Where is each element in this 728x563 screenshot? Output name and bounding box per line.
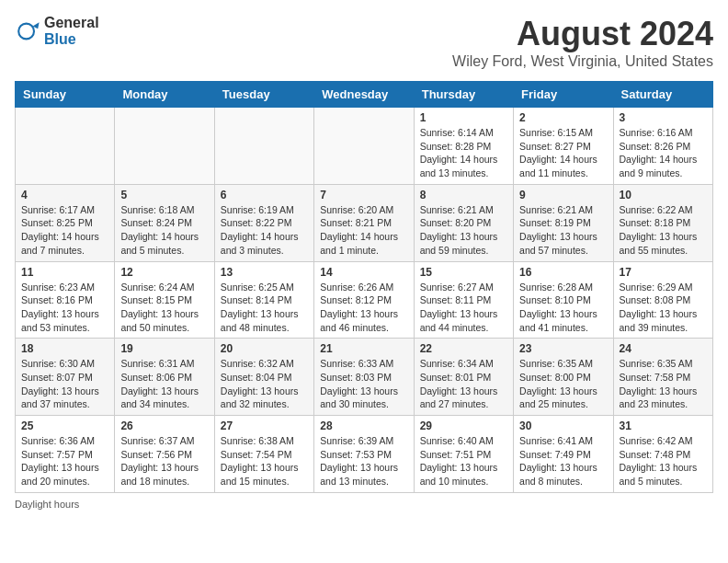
calendar-week-row: 18Sunrise: 6:30 AM Sunset: 8:07 PM Dayli… xyxy=(16,339,713,416)
day-number: 13 xyxy=(221,266,308,279)
weekday-header: Thursday xyxy=(414,82,513,108)
calendar-cell: 25Sunrise: 6:36 AM Sunset: 7:57 PM Dayli… xyxy=(16,416,115,493)
calendar-cell: 12Sunrise: 6:24 AM Sunset: 8:15 PM Dayli… xyxy=(115,261,214,339)
calendar-cell: 26Sunrise: 6:37 AM Sunset: 7:56 PM Dayli… xyxy=(115,416,214,493)
day-number: 22 xyxy=(420,342,507,355)
day-number: 11 xyxy=(21,266,108,279)
calendar-table: SundayMondayTuesdayWednesdayThursdayFrid… xyxy=(15,81,713,493)
day-info: Sunrise: 6:21 AM Sunset: 8:19 PM Dayligh… xyxy=(519,203,607,258)
calendar-cell: 24Sunrise: 6:35 AM Sunset: 7:58 PM Dayli… xyxy=(613,339,712,416)
day-info: Sunrise: 6:16 AM Sunset: 8:26 PM Dayligh… xyxy=(620,126,707,180)
day-info: Sunrise: 6:14 AM Sunset: 8:28 PM Dayligh… xyxy=(420,126,507,180)
day-info: Sunrise: 6:35 AM Sunset: 8:00 PM Dayligh… xyxy=(519,357,607,411)
calendar-cell: 7Sunrise: 6:20 AM Sunset: 8:21 PM Daylig… xyxy=(314,184,414,261)
calendar-cell: 30Sunrise: 6:41 AM Sunset: 7:49 PM Dayli… xyxy=(514,416,613,493)
calendar-cell: 14Sunrise: 6:26 AM Sunset: 8:12 PM Dayli… xyxy=(314,261,414,339)
day-number: 21 xyxy=(320,342,407,355)
svg-point-0 xyxy=(18,23,34,39)
day-info: Sunrise: 6:31 AM Sunset: 8:06 PM Dayligh… xyxy=(120,357,208,411)
logo-icon xyxy=(15,18,40,44)
calendar-cell: 31Sunrise: 6:42 AM Sunset: 7:48 PM Dayli… xyxy=(613,416,712,493)
day-number: 6 xyxy=(221,189,308,201)
day-info: Sunrise: 6:19 AM Sunset: 8:22 PM Dayligh… xyxy=(221,203,308,258)
day-info: Sunrise: 6:21 AM Sunset: 8:20 PM Dayligh… xyxy=(420,203,507,258)
calendar-cell: 21Sunrise: 6:33 AM Sunset: 8:03 PM Dayli… xyxy=(314,339,414,416)
day-info: Sunrise: 6:39 AM Sunset: 7:53 PM Dayligh… xyxy=(320,434,407,488)
calendar-week-row: 1Sunrise: 6:14 AM Sunset: 8:28 PM Daylig… xyxy=(16,108,713,185)
calendar-cell: 11Sunrise: 6:23 AM Sunset: 8:16 PM Dayli… xyxy=(16,261,115,339)
calendar-cell: 15Sunrise: 6:27 AM Sunset: 8:11 PM Dayli… xyxy=(414,261,513,339)
day-number: 24 xyxy=(620,342,707,355)
day-number: 10 xyxy=(620,189,707,201)
calendar-header-row: SundayMondayTuesdayWednesdayThursdayFrid… xyxy=(16,82,713,108)
footer-note: Daylight hours xyxy=(15,499,713,510)
calendar-cell: 6Sunrise: 6:19 AM Sunset: 8:22 PM Daylig… xyxy=(214,184,313,261)
calendar-cell: 10Sunrise: 6:22 AM Sunset: 8:18 PM Dayli… xyxy=(613,184,712,261)
calendar-cell: 27Sunrise: 6:38 AM Sunset: 7:54 PM Dayli… xyxy=(214,416,313,493)
day-number: 27 xyxy=(221,419,308,432)
day-number: 2 xyxy=(519,111,607,124)
day-info: Sunrise: 6:40 AM Sunset: 7:51 PM Dayligh… xyxy=(420,434,507,488)
weekday-header: Monday xyxy=(115,82,214,108)
title-area: August 2024 Wiley Ford, West Virginia, U… xyxy=(452,15,713,70)
day-number: 14 xyxy=(320,266,407,279)
calendar-cell: 5Sunrise: 6:18 AM Sunset: 8:24 PM Daylig… xyxy=(115,184,214,261)
calendar-cell: 9Sunrise: 6:21 AM Sunset: 8:19 PM Daylig… xyxy=(514,184,613,261)
day-number: 30 xyxy=(519,419,607,432)
day-number: 7 xyxy=(320,189,407,201)
calendar-week-row: 11Sunrise: 6:23 AM Sunset: 8:16 PM Dayli… xyxy=(16,261,713,339)
logo-general: General xyxy=(44,15,99,30)
day-info: Sunrise: 6:22 AM Sunset: 8:18 PM Dayligh… xyxy=(620,203,707,258)
day-info: Sunrise: 6:41 AM Sunset: 7:49 PM Dayligh… xyxy=(519,434,607,488)
day-number: 4 xyxy=(21,189,108,201)
calendar-cell: 20Sunrise: 6:32 AM Sunset: 8:04 PM Dayli… xyxy=(214,339,313,416)
calendar-cell xyxy=(314,108,414,185)
calendar-cell: 29Sunrise: 6:40 AM Sunset: 7:51 PM Dayli… xyxy=(414,416,513,493)
weekday-header: Saturday xyxy=(613,82,712,108)
weekday-header: Tuesday xyxy=(214,82,313,108)
day-info: Sunrise: 6:15 AM Sunset: 8:27 PM Dayligh… xyxy=(519,126,607,180)
weekday-header: Sunday xyxy=(16,82,115,108)
day-info: Sunrise: 6:20 AM Sunset: 8:21 PM Dayligh… xyxy=(320,203,407,258)
day-info: Sunrise: 6:37 AM Sunset: 7:56 PM Dayligh… xyxy=(120,434,208,488)
day-number: 28 xyxy=(320,419,407,432)
day-number: 25 xyxy=(21,419,108,432)
day-info: Sunrise: 6:35 AM Sunset: 7:58 PM Dayligh… xyxy=(620,357,707,411)
calendar-cell: 28Sunrise: 6:39 AM Sunset: 7:53 PM Dayli… xyxy=(314,416,414,493)
day-number: 18 xyxy=(21,342,108,355)
calendar-cell: 16Sunrise: 6:28 AM Sunset: 8:10 PM Dayli… xyxy=(514,261,613,339)
day-info: Sunrise: 6:42 AM Sunset: 7:48 PM Dayligh… xyxy=(620,434,707,488)
day-info: Sunrise: 6:24 AM Sunset: 8:15 PM Dayligh… xyxy=(120,281,208,335)
calendar-cell: 8Sunrise: 6:21 AM Sunset: 8:20 PM Daylig… xyxy=(414,184,513,261)
day-info: Sunrise: 6:33 AM Sunset: 8:03 PM Dayligh… xyxy=(320,357,407,411)
day-info: Sunrise: 6:32 AM Sunset: 8:04 PM Dayligh… xyxy=(221,357,308,411)
day-number: 29 xyxy=(420,419,507,432)
day-number: 9 xyxy=(519,189,607,201)
calendar-cell xyxy=(115,108,214,185)
day-number: 23 xyxy=(519,342,607,355)
calendar-cell: 17Sunrise: 6:29 AM Sunset: 8:08 PM Dayli… xyxy=(613,261,712,339)
day-number: 19 xyxy=(120,342,208,355)
calendar-cell xyxy=(16,108,115,185)
calendar-cell: 19Sunrise: 6:31 AM Sunset: 8:06 PM Dayli… xyxy=(115,339,214,416)
day-number: 26 xyxy=(120,419,208,432)
weekday-header: Friday xyxy=(514,82,613,108)
calendar-cell: 2Sunrise: 6:15 AM Sunset: 8:27 PM Daylig… xyxy=(514,108,613,185)
day-number: 17 xyxy=(620,266,707,279)
day-info: Sunrise: 6:27 AM Sunset: 8:11 PM Dayligh… xyxy=(420,281,507,335)
main-title: August 2024 xyxy=(452,15,713,53)
calendar-cell: 22Sunrise: 6:34 AM Sunset: 8:01 PM Dayli… xyxy=(414,339,513,416)
day-number: 12 xyxy=(120,266,208,279)
calendar-week-row: 4Sunrise: 6:17 AM Sunset: 8:25 PM Daylig… xyxy=(16,184,713,261)
day-info: Sunrise: 6:30 AM Sunset: 8:07 PM Dayligh… xyxy=(21,357,108,411)
day-info: Sunrise: 6:36 AM Sunset: 7:57 PM Dayligh… xyxy=(21,434,108,488)
day-info: Sunrise: 6:28 AM Sunset: 8:10 PM Dayligh… xyxy=(519,281,607,335)
day-number: 16 xyxy=(519,266,607,279)
day-number: 5 xyxy=(120,189,208,201)
day-info: Sunrise: 6:29 AM Sunset: 8:08 PM Dayligh… xyxy=(620,281,707,335)
calendar-cell: 13Sunrise: 6:25 AM Sunset: 8:14 PM Dayli… xyxy=(214,261,313,339)
day-number: 1 xyxy=(420,111,507,124)
calendar-cell: 4Sunrise: 6:17 AM Sunset: 8:25 PM Daylig… xyxy=(16,184,115,261)
calendar-week-row: 25Sunrise: 6:36 AM Sunset: 7:57 PM Dayli… xyxy=(16,416,713,493)
logo: General Blue xyxy=(15,15,99,47)
